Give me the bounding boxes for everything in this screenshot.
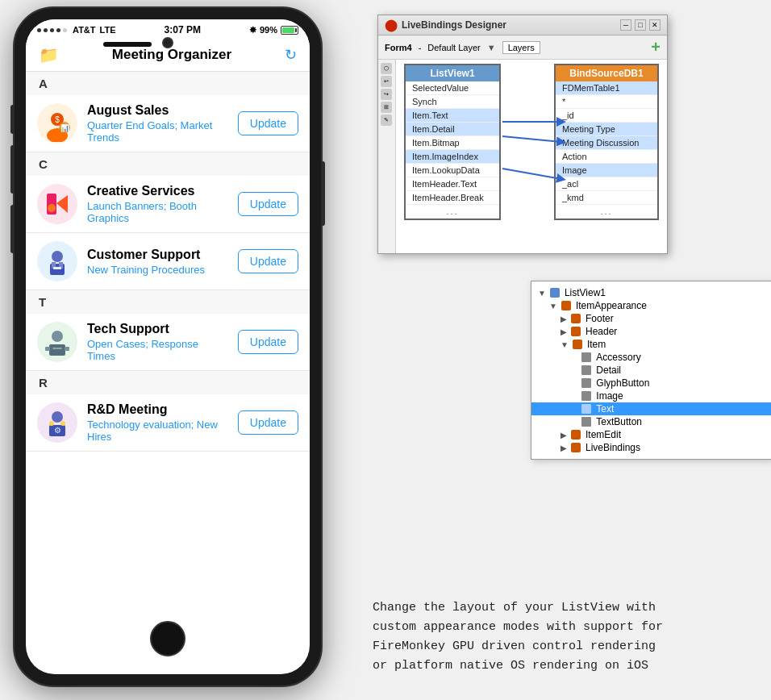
bindsourcedb-box: BindSourceDB1 FDMemTable1 * _id Meeting … xyxy=(554,64,659,220)
svg-rect-33 xyxy=(571,327,581,336)
power-button[interactable] xyxy=(321,161,325,226)
tool-icon[interactable]: ⬡ xyxy=(381,63,392,74)
tree-item-textbutton[interactable]: TextButton xyxy=(531,415,771,428)
spacer xyxy=(577,403,579,415)
tool-icon[interactable]: ↪ xyxy=(381,89,392,100)
tree-item-text[interactable]: Text xyxy=(531,402,771,415)
tree-item-glyphbutton[interactable]: GlyphButton xyxy=(531,377,771,390)
lv-field-synch[interactable]: Synch xyxy=(406,95,499,109)
sub-icon xyxy=(571,443,581,452)
close-button[interactable]: ✕ xyxy=(649,19,661,31)
db-field-acl[interactable]: _acl xyxy=(556,177,657,191)
list-item[interactable]: $ 📊 August Sales Quarter End Goals; Mark… xyxy=(26,95,310,152)
tree-item-detail[interactable]: Detail xyxy=(531,364,771,377)
battery-tip xyxy=(295,28,297,32)
volume-up-button[interactable] xyxy=(10,145,15,194)
meeting-list: A $ 📊 August Sales Quarter End Goals; Ma… xyxy=(26,72,310,452)
list-item[interactable]: Tech Support Open Cases; Response Times … xyxy=(26,314,310,371)
update-button[interactable]: Update xyxy=(238,111,298,135)
minimize-button[interactable]: ─ xyxy=(620,19,631,31)
db-field-meetingdiscussion[interactable]: Meeting Discussion xyxy=(556,136,657,150)
tree-item-item[interactable]: ▼ Item xyxy=(531,338,771,351)
avatar xyxy=(37,241,77,281)
camera xyxy=(162,37,173,48)
avatar: $ 📊 xyxy=(37,103,77,144)
db-field-kmd[interactable]: _kmd xyxy=(556,191,657,205)
tree-item-accessory[interactable]: Accessory xyxy=(531,351,771,364)
lv-field-itemheaderbreak[interactable]: ItemHeader.Break xyxy=(406,191,499,205)
desc-line-4: or platform native OS rendering on iOS xyxy=(373,656,752,676)
network-label: LTE xyxy=(100,25,116,35)
home-button[interactable] xyxy=(150,621,185,656)
filter-icon: ▼ xyxy=(487,43,496,52)
tree-item-header[interactable]: ▶ Header xyxy=(531,325,771,338)
section-header-r: R xyxy=(26,371,310,394)
db-field-image[interactable]: Image xyxy=(556,164,657,177)
update-button[interactable]: Update xyxy=(238,249,298,273)
lv-field-itemdetail[interactable]: Item.Detail xyxy=(406,123,499,136)
item-detail: Open Cases; Response Times xyxy=(87,338,228,362)
expand-icon: ▼ xyxy=(549,302,557,310)
db-field-fdmemtable[interactable]: FDMemTable1 xyxy=(556,81,657,95)
svg-rect-17 xyxy=(49,344,65,356)
list-item[interactable]: Creative Services Launch Banners; Booth … xyxy=(26,176,310,233)
spacer xyxy=(577,365,579,376)
lv-field-itemheadertext[interactable]: ItemHeader.Text xyxy=(406,177,499,191)
lv-field-itembitmap[interactable]: Item.Bitmap xyxy=(406,136,499,150)
update-button[interactable]: Update xyxy=(238,410,298,435)
tool-icon[interactable]: ↩ xyxy=(381,76,392,87)
expand-icon: ▶ xyxy=(561,444,567,452)
item-text-customer: Customer Support New Training Procedures xyxy=(87,248,228,276)
item-text-rd: R&D Meeting Technology evaluation; New H… xyxy=(87,402,228,443)
lv-field-itemimageindex[interactable]: Item.ImageIndex xyxy=(406,150,499,164)
tree-label: Header xyxy=(586,326,617,337)
signal-dot xyxy=(56,28,60,32)
sub-icon xyxy=(573,340,582,349)
tree-item-itemedit[interactable]: ▶ ItemEdit xyxy=(531,428,771,441)
db-field-action[interactable]: Action xyxy=(556,150,657,164)
tree-item-footer[interactable]: ▶ Footer xyxy=(531,312,771,325)
svg-rect-31 xyxy=(561,301,571,310)
item-text-august: August Sales Quarter End Goals; Market T… xyxy=(87,103,228,144)
add-layer-button[interactable]: + xyxy=(651,38,661,56)
leaf-icon xyxy=(581,352,591,362)
refresh-icon[interactable]: ↻ xyxy=(285,46,297,64)
lv-field-itemtext[interactable]: Item.Text xyxy=(406,109,499,123)
tree-item-image[interactable]: Image xyxy=(531,390,771,402)
list-item[interactable]: ⚙ R&D Meeting Technology evaluation; New… xyxy=(26,394,310,452)
tree-label: Detail xyxy=(596,365,621,376)
tool-icon[interactable]: ⊞ xyxy=(381,102,392,113)
tool-icon[interactable]: ✎ xyxy=(381,115,392,126)
tree-item-livebindings[interactable]: ▶ LiveBindings xyxy=(531,441,771,454)
tree-label: ItemEdit xyxy=(586,429,621,440)
item-text-creative: Creative Services Launch Banners; Booth … xyxy=(87,184,228,224)
list-item[interactable]: Customer Support New Training Procedures… xyxy=(26,233,310,290)
livebindings-designer-window: ⬤ LiveBindings Designer ─ □ ✕ Form4 - De… xyxy=(377,15,668,254)
tree-item-listview1[interactable]: ▼ ListView1 xyxy=(531,286,771,299)
item-detail: Quarter End Goals; Market Trends xyxy=(87,119,228,144)
svg-point-22 xyxy=(52,411,63,423)
layers-button[interactable]: Layers xyxy=(502,41,540,54)
tree-item-itemappearance[interactable]: ▼ ItemAppearance xyxy=(531,299,771,312)
folder-icon[interactable]: 📁 xyxy=(39,45,59,65)
expand-icon: ▶ xyxy=(561,431,567,440)
update-button[interactable]: Update xyxy=(238,330,298,354)
db-field-meetingtype[interactable]: Meeting Type xyxy=(556,123,657,136)
item-title: August Sales xyxy=(87,103,228,118)
maximize-button[interactable]: □ xyxy=(635,19,646,31)
tree-label: Footer xyxy=(586,313,614,324)
db-field-id[interactable]: _id xyxy=(556,109,657,123)
volume-down-button[interactable] xyxy=(10,205,15,253)
db-field-star[interactable]: * xyxy=(556,95,657,109)
lv-field-selectedvalue[interactable]: SelectedValue xyxy=(406,81,499,95)
mute-button[interactable] xyxy=(10,105,15,134)
lv-field-itemlookupdata[interactable]: Item.LookupData xyxy=(406,164,499,177)
tree-label: GlyphButton xyxy=(596,377,649,389)
phone-device: AT&T LTE 3:07 PM ✸ 99% 📁 Meeting Organiz… xyxy=(15,8,321,685)
window-controls[interactable]: ─ □ ✕ xyxy=(620,19,661,31)
update-button[interactable]: Update xyxy=(238,192,298,216)
svg-rect-42 xyxy=(571,443,581,452)
desc-line-1: Change the layout of your ListView with xyxy=(373,598,752,618)
bluetooth-icon: ✸ xyxy=(249,25,256,35)
listview-box-header: ListView1 xyxy=(406,65,499,81)
